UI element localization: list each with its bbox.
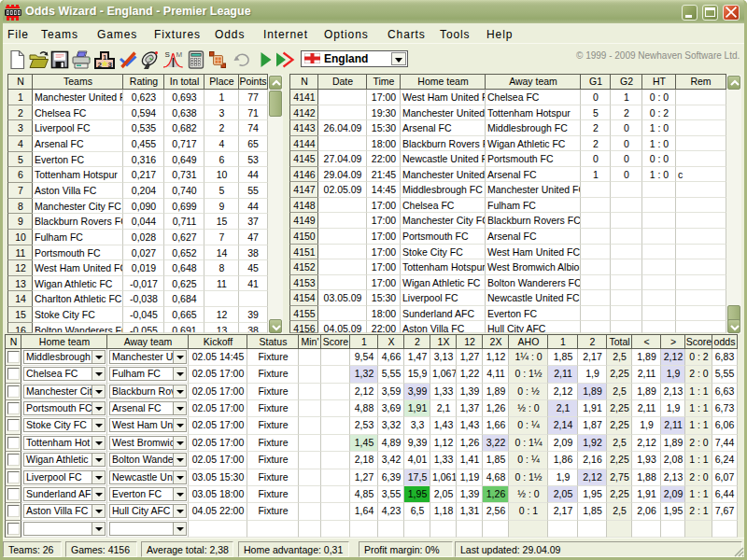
svg-text:2: 2	[98, 61, 103, 69]
svg-text:3: 3	[108, 61, 113, 69]
svg-text:M: M	[176, 50, 183, 59]
svg-text:S: S	[165, 50, 170, 59]
svg-text:1: 1	[103, 53, 107, 62]
